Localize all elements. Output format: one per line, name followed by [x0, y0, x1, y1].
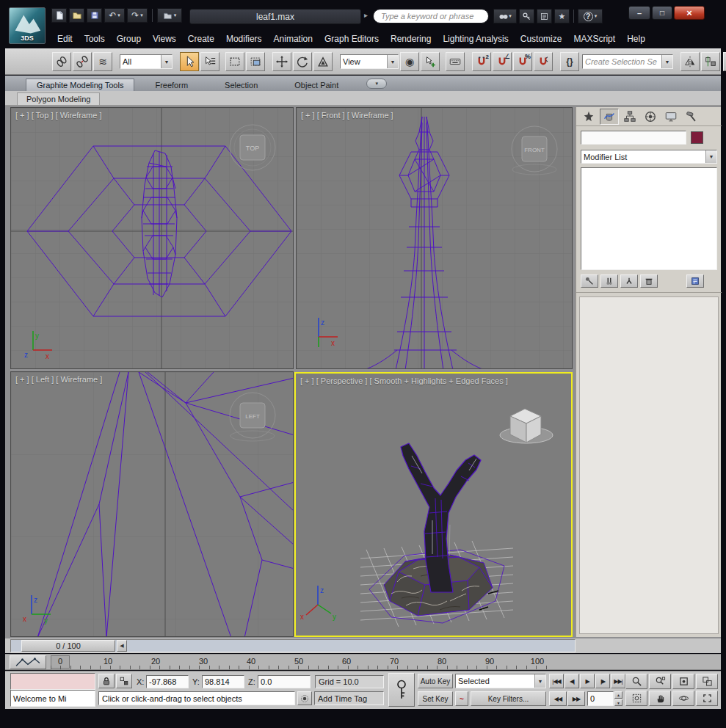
frame-spinner-up[interactable]: ▲	[614, 691, 622, 699]
auto-key-button[interactable]: Auto Key	[418, 674, 453, 688]
default-in-out-tangents-button[interactable]: ~	[455, 691, 468, 706]
configure-modifier-sets-button[interactable]	[686, 274, 704, 288]
chevron-down-icon[interactable]: ▼	[705, 150, 716, 163]
zoom-extents-all-button[interactable]	[696, 674, 718, 689]
tab-freeform[interactable]: Freeform	[145, 79, 198, 91]
chevron-down-icon[interactable]: ▼	[161, 55, 172, 68]
percent-snap-toggle-button[interactable]: %	[513, 52, 532, 71]
ribbon-options-button[interactable]: ▾	[366, 79, 387, 89]
project-folder-button[interactable]: ▾	[157, 8, 182, 23]
pin-stack-button[interactable]	[581, 274, 598, 288]
listener-macro-line[interactable]	[10, 673, 95, 690]
select-and-move-button[interactable]	[272, 52, 291, 71]
undo-button[interactable]: ↶▾	[104, 8, 125, 23]
viewport-perspective[interactable]: z x y [ + ] [ Perspective ] [ Smooth + H…	[294, 372, 573, 637]
select-and-manipulate-button[interactable]	[421, 52, 440, 71]
close-button[interactable]: ×	[674, 6, 705, 20]
chevron-down-icon[interactable]: ▼	[661, 55, 672, 68]
tab-utilities[interactable]	[682, 109, 701, 125]
left-viewport-canvas[interactable]: LEFT z y x	[11, 372, 294, 637]
open-file-button[interactable]	[69, 8, 84, 23]
previous-key-button[interactable]: ◀◀	[549, 691, 567, 706]
key-filters-button[interactable]: Key Filters...	[471, 691, 546, 706]
menu-lighting-analysis[interactable]: Lighting Analysis	[437, 34, 514, 44]
maxscript-mini-listener[interactable]: Welcome to Mi	[10, 673, 95, 707]
viewport-front[interactable]: FRONT z x [ + ] [ Front ] [ Wireframe ]	[296, 107, 573, 369]
next-key-button[interactable]: ▶▶	[567, 691, 585, 706]
object-color-swatch[interactable]	[691, 131, 703, 144]
pan-view-button[interactable]	[649, 691, 671, 706]
menu-animation[interactable]: Animation	[268, 34, 319, 44]
maximize-button[interactable]: □	[652, 6, 672, 20]
tab-hierarchy[interactable]	[620, 109, 639, 125]
absolute-offset-mode-toggle[interactable]	[116, 674, 132, 688]
menu-maxscript[interactable]: MAXScript	[567, 34, 621, 44]
select-and-link-button[interactable]	[52, 52, 71, 71]
zoom-extents-button[interactable]	[672, 674, 694, 689]
select-object-button[interactable]	[180, 52, 199, 71]
timeline-ruler[interactable]: 0 10 20 30 40 50 60 70 80 90 100	[51, 655, 547, 670]
go-to-start-button[interactable]: |◀◀	[549, 674, 564, 688]
set-keys-button[interactable]	[388, 673, 415, 707]
next-frame-button[interactable]: |▶	[595, 674, 610, 688]
tab-create[interactable]	[579, 109, 598, 125]
modifier-stack[interactable]	[581, 167, 717, 270]
previous-frame-button[interactable]: ◀|	[565, 674, 579, 688]
rectangular-selection-region-button[interactable]	[225, 52, 244, 71]
frame-spinner-down[interactable]: ▼	[614, 699, 622, 706]
communication-center-button[interactable]	[519, 9, 534, 23]
set-key-button[interactable]: Set Key	[418, 691, 453, 706]
search-button[interactable]: ▾	[493, 9, 517, 23]
make-unique-button[interactable]	[620, 274, 638, 288]
angle-snap-toggle-button[interactable]: ∠	[493, 52, 512, 71]
tab-modify[interactable]	[600, 109, 619, 125]
viewport-perspective-label[interactable]: [ + ] [ Perspective ] [ Smooth + Highlig…	[300, 376, 508, 385]
menu-views[interactable]: Views	[147, 34, 182, 44]
tab-object-paint[interactable]: Object Paint	[284, 79, 349, 91]
top-viewport-canvas[interactable]: TOP y x z	[11, 108, 294, 369]
z-coordinate-field[interactable]	[258, 675, 311, 688]
remove-modifier-button[interactable]	[640, 274, 658, 288]
show-end-result-button[interactable]	[600, 274, 618, 288]
menu-tools[interactable]: Tools	[79, 34, 111, 44]
key-selection-dropdown[interactable]: Selected▼	[455, 674, 546, 688]
keyboard-shortcut-override-button[interactable]	[446, 52, 465, 71]
chevron-down-icon[interactable]: ▼	[534, 674, 545, 688]
go-to-end-button[interactable]: ▶▶|	[611, 674, 625, 688]
viewport-top[interactable]: TOP y x z [ + ] [ Top ] [ Wireframe ]	[10, 107, 294, 369]
unlink-selection-button[interactable]	[73, 52, 92, 71]
orbit-button[interactable]	[672, 691, 694, 706]
tab-polygon-modeling[interactable]: Polygon Modeling	[17, 92, 100, 105]
menu-edit[interactable]: Edit	[51, 34, 79, 44]
snap-toggle-button[interactable]: 2	[472, 52, 491, 71]
select-and-rotate-button[interactable]	[293, 52, 312, 71]
perspective-viewport-canvas[interactable]: z x y	[296, 374, 571, 636]
viewport-front-label[interactable]: [ + ] [ Front ] [ Wireframe ]	[301, 111, 393, 120]
window-title-bar[interactable]: leaf1.max	[189, 9, 361, 24]
bind-to-space-warp-button[interactable]: ≋	[93, 52, 112, 71]
chevron-down-icon[interactable]: ▼	[387, 55, 398, 68]
app-logo[interactable]: 3DS	[9, 7, 46, 44]
viewport-left[interactable]: LEFT z y x [ + ] [ Left ] [ Wireframe ]	[10, 371, 294, 637]
play-animation-button[interactable]: ▶	[580, 674, 595, 688]
minimize-button[interactable]: –	[628, 6, 650, 20]
tab-selection[interactable]: Selection	[214, 79, 268, 91]
edit-named-selection-sets-button[interactable]: {}	[560, 52, 579, 71]
time-slider-prev-button[interactable]: ◀	[117, 640, 127, 652]
open-mini-curve-editor-button[interactable]	[10, 655, 46, 669]
window-crossing-toggle-button[interactable]	[246, 52, 265, 71]
reference-coordinate-system-dropdown[interactable]: View▼	[340, 54, 399, 69]
add-time-tag-area[interactable]: Add Time Tag	[314, 691, 384, 705]
tab-display[interactable]	[661, 109, 680, 125]
front-viewport-canvas[interactable]: FRONT z x	[297, 108, 573, 369]
zoom-region-button[interactable]	[625, 691, 647, 706]
save-file-button[interactable]	[87, 8, 102, 23]
maximize-viewport-toggle[interactable]	[696, 691, 718, 706]
x-coordinate-field[interactable]	[146, 675, 189, 688]
tab-motion[interactable]	[641, 109, 660, 125]
search-input[interactable]	[373, 9, 489, 23]
zoom-button[interactable]	[625, 674, 647, 689]
y-coordinate-field[interactable]	[202, 675, 244, 688]
selection-lock-toggle[interactable]	[98, 674, 115, 688]
menu-group[interactable]: Group	[111, 34, 147, 44]
